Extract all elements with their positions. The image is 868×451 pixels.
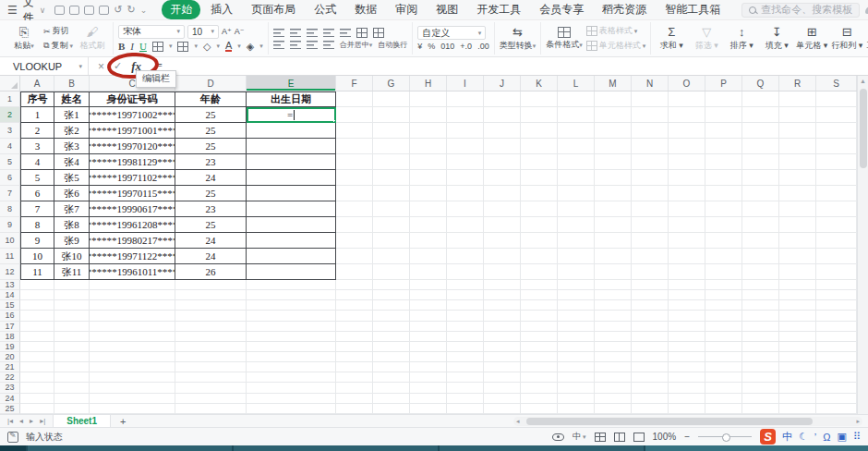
- column-header-G[interactable]: G: [373, 76, 410, 91]
- cell-I13[interactable]: [447, 280, 484, 290]
- ime-lang-icon[interactable]: 中: [782, 430, 792, 444]
- cell-K1[interactable]: [521, 91, 558, 107]
- cell-N17[interactable]: [632, 322, 669, 332]
- cell-E12[interactable]: [247, 264, 336, 280]
- cell-A6[interactable]: 5: [20, 170, 54, 186]
- cell-J6[interactable]: [484, 170, 521, 186]
- row-header-17[interactable]: 17: [0, 322, 20, 332]
- cell-G8[interactable]: [373, 201, 410, 217]
- cell-L15[interactable]: [558, 300, 595, 311]
- cut-button[interactable]: ✂剪切: [43, 25, 73, 37]
- cell-C1[interactable]: 身份证号码: [90, 91, 175, 107]
- cell-Q5[interactable]: [742, 154, 779, 170]
- cell-L12[interactable]: [558, 264, 595, 280]
- cell-A14[interactable]: [20, 290, 54, 300]
- cell-I3[interactable]: [447, 123, 484, 139]
- cell-N20[interactable]: [632, 352, 669, 362]
- vertical-scrollbar[interactable]: ▲: [857, 76, 868, 414]
- cell-D21[interactable]: [175, 362, 247, 372]
- cell-D4[interactable]: 25: [175, 139, 247, 154]
- cell-Q16[interactable]: [742, 311, 779, 321]
- cell-Q4[interactable]: [742, 139, 779, 154]
- cell-I20[interactable]: [447, 352, 484, 362]
- cell-N18[interactable]: [632, 332, 669, 342]
- cell-P21[interactable]: [705, 362, 742, 372]
- cell-B23[interactable]: [54, 383, 90, 393]
- cell-N3[interactable]: [632, 123, 669, 139]
- cell-F21[interactable]: [336, 362, 373, 372]
- column-header-M[interactable]: M: [595, 76, 632, 91]
- wrap-icon[interactable]: [373, 28, 384, 38]
- cell-F1[interactable]: [336, 91, 373, 107]
- cell-R23[interactable]: [779, 383, 816, 393]
- cell-L23[interactable]: [558, 383, 595, 393]
- cell-G6[interactable]: [373, 170, 410, 186]
- cell-D14[interactable]: [175, 290, 247, 300]
- ribbon-tab-会员专享[interactable]: 会员专享: [531, 0, 592, 19]
- export-icon[interactable]: [69, 6, 79, 15]
- cell-R5[interactable]: [779, 154, 816, 170]
- cell-D19[interactable]: [175, 342, 247, 352]
- cell-I9[interactable]: [447, 217, 484, 233]
- cell-L24[interactable]: [558, 394, 595, 404]
- cell-Q17[interactable]: [742, 322, 779, 332]
- cell-F14[interactable]: [336, 290, 373, 300]
- cell-A10[interactable]: 9: [20, 233, 54, 249]
- cell-M3[interactable]: [595, 123, 632, 139]
- cell-K13[interactable]: [521, 280, 558, 290]
- cell-J2[interactable]: [484, 107, 521, 123]
- cell-F12[interactable]: [336, 264, 373, 280]
- cell-P18[interactable]: [705, 332, 742, 342]
- cell-F8[interactable]: [336, 201, 373, 217]
- cell-A2[interactable]: 1: [20, 107, 54, 123]
- cell-F23[interactable]: [336, 383, 373, 393]
- cell-G4[interactable]: [373, 139, 410, 154]
- cell-Q13[interactable]: [742, 280, 779, 290]
- column-header-A[interactable]: A: [20, 76, 54, 91]
- row-header-11[interactable]: 11: [0, 249, 20, 264]
- cell-C22[interactable]: [90, 372, 175, 383]
- cell-C18[interactable]: [90, 332, 175, 342]
- add-sheet-button[interactable]: +: [111, 416, 135, 427]
- cell-R7[interactable]: [779, 186, 816, 201]
- cell-O13[interactable]: [669, 280, 705, 290]
- cell-A3[interactable]: 2: [20, 123, 54, 139]
- cell-O2[interactable]: [669, 107, 705, 123]
- cell-S20[interactable]: [816, 352, 857, 362]
- cell-I12[interactable]: [447, 264, 484, 280]
- scroll-left-icon[interactable]: ◂: [516, 417, 520, 426]
- cell-C20[interactable]: [90, 352, 175, 362]
- column-header-D[interactable]: D: [175, 76, 247, 91]
- zoom-out-icon[interactable]: −: [684, 432, 690, 442]
- cell-F22[interactable]: [336, 372, 373, 383]
- cell-F10[interactable]: [336, 233, 373, 249]
- cell-I14[interactable]: [447, 290, 484, 300]
- cell-K14[interactable]: [521, 290, 558, 300]
- ribbon-tab-插入[interactable]: 插入: [202, 0, 241, 19]
- ime-symbols-icon[interactable]: Ω: [823, 432, 830, 443]
- cell-H22[interactable]: [410, 372, 447, 383]
- cell-D1[interactable]: 年龄: [175, 91, 247, 107]
- cell-C15[interactable]: [90, 300, 175, 311]
- cell-M17[interactable]: [595, 322, 632, 332]
- cell-D13[interactable]: [175, 280, 247, 290]
- cell-C2[interactable]: ******19971002****: [90, 107, 175, 123]
- cell-G24[interactable]: [373, 394, 410, 404]
- page-break-view-icon[interactable]: [633, 433, 645, 442]
- cell-Q19[interactable]: [742, 342, 779, 352]
- cell-K12[interactable]: [521, 264, 558, 280]
- cell-O22[interactable]: [669, 372, 705, 383]
- cell-C3[interactable]: ******19971001****: [90, 123, 175, 139]
- cell-K17[interactable]: [521, 322, 558, 332]
- cell-P17[interactable]: [705, 322, 742, 332]
- cell-K11[interactable]: [521, 249, 558, 264]
- cell-J13[interactable]: [484, 280, 521, 290]
- cells-button[interactable]: ⊞单元格 ▾: [796, 23, 827, 55]
- cell-B5[interactable]: 张4: [54, 154, 90, 170]
- cell-M14[interactable]: [595, 290, 632, 300]
- cell-E1[interactable]: 出生日期: [247, 91, 336, 107]
- cell-B22[interactable]: [54, 372, 90, 383]
- scroll-up-icon[interactable]: ▲: [858, 76, 868, 86]
- cell-J24[interactable]: [484, 394, 521, 404]
- cell-A1[interactable]: 序号: [20, 91, 54, 107]
